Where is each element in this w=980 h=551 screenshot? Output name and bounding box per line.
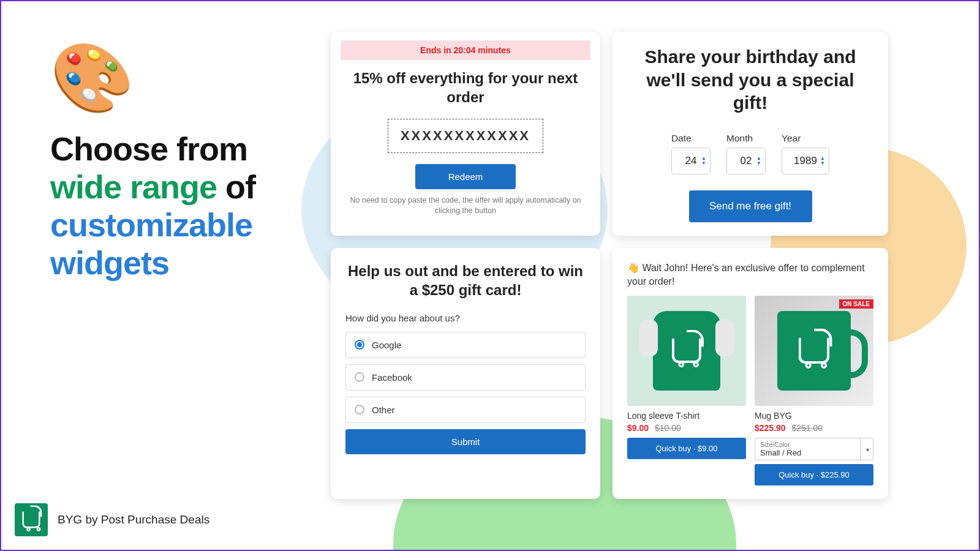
month-stepper[interactable]: 02 ▲▼	[726, 148, 766, 174]
headline-line: of	[217, 168, 255, 205]
radio-icon	[355, 372, 364, 382]
option-label: Facebook	[372, 372, 412, 383]
birthday-widget: Share your birthday and we'll send you a…	[612, 32, 888, 236]
survey-option-other[interactable]: Other	[345, 397, 586, 423]
birthday-title: Share your birthday and we'll send you a…	[627, 45, 873, 114]
price-compare: $251.00	[792, 423, 823, 433]
headline-accent: customizable	[50, 206, 252, 243]
coupon-code: XXXXXXXXXXXX	[388, 119, 544, 153]
stepper-arrows-icon[interactable]: ▲▼	[756, 156, 761, 166]
send-gift-button[interactable]: Send me free gift!	[689, 190, 812, 222]
headline: Choose from wide range of customizable w…	[50, 130, 314, 282]
price-current: $9.00	[627, 423, 649, 433]
date-label: Date	[671, 133, 710, 144]
product-image	[627, 296, 746, 406]
year-stepper[interactable]: 1989 ▲▼	[782, 148, 829, 174]
stepper-arrows-icon[interactable]: ▲▼	[701, 156, 706, 166]
price-compare: $10.00	[655, 423, 681, 433]
product-card: ON SALE Mug BYG $225.90 $251.00 Size/Col…	[755, 296, 873, 485]
upsell-widget: 👋 Wait John! Here's an exclusive offer t…	[612, 248, 888, 500]
product-name: Long sleeve T-shirt	[627, 411, 746, 421]
product-image: ON SALE	[755, 296, 873, 406]
headline-line: Choose from	[50, 130, 247, 167]
headline-accent: widgets	[50, 244, 169, 281]
quick-buy-button[interactable]: Quick buy · $9.00	[627, 438, 746, 459]
hero-copy: 🎨 Choose from wide range of customizable…	[50, 44, 314, 282]
year-label: Year	[782, 133, 829, 144]
product-card: Long sleeve T-shirt $9.00 $10.00 Quick b…	[627, 296, 746, 485]
sale-badge: ON SALE	[839, 299, 873, 309]
countdown-banner: Ends in 20:04 minutes	[341, 40, 590, 60]
date-stepper[interactable]: 24 ▲▼	[671, 148, 710, 174]
survey-option-google[interactable]: Google	[345, 332, 586, 358]
brand-footer: BYG by Post Purchase Deals	[15, 503, 209, 536]
option-label: Other	[372, 405, 395, 415]
chevron-down-icon: ▾	[866, 446, 869, 452]
survey-title: Help us out and be entered to win a $250…	[345, 261, 586, 299]
product-price: $9.00 $10.00	[627, 423, 746, 433]
price-current: $225.90	[755, 423, 786, 433]
redeem-button[interactable]: Redeem	[415, 164, 516, 189]
brand-logo-icon	[15, 503, 48, 536]
stepper-arrows-icon[interactable]: ▲▼	[820, 156, 825, 166]
option-label: Google	[372, 340, 401, 350]
year-value: 1989	[794, 155, 817, 167]
product-name: Mug BYG	[755, 411, 873, 421]
radio-icon	[355, 340, 364, 350]
date-value: 24	[685, 155, 697, 167]
survey-option-facebook[interactable]: Facebook	[345, 364, 586, 391]
promo-widget: Ends in 20:04 minutes 15% off everything…	[331, 32, 600, 236]
palette-icon: 🎨	[50, 44, 314, 111]
promo-title: 15% off everything for your next order	[345, 69, 586, 107]
brand-name: BYG by Post Purchase Deals	[58, 513, 209, 527]
quick-buy-button[interactable]: Quick buy · $225.90	[755, 464, 873, 485]
month-value: 02	[741, 155, 752, 167]
upsell-intro: 👋 Wait John! Here's an exclusive offer t…	[627, 261, 873, 289]
variant-select[interactable]: Size/Color Small / Red ▾	[755, 438, 873, 460]
variant-label: Size/Color	[760, 441, 859, 448]
product-price: $225.90 $251.00	[755, 423, 873, 433]
submit-button[interactable]: Submit	[345, 429, 586, 454]
promo-disclaimer: No need to copy paste the code, the offe…	[345, 195, 586, 216]
survey-question: How did you hear about us?	[345, 313, 586, 323]
month-label: Month	[726, 133, 766, 144]
radio-icon	[355, 405, 364, 414]
headline-accent: wide range	[50, 168, 217, 205]
survey-widget: Help us out and be entered to win a $250…	[331, 248, 600, 500]
variant-value: Small / Red	[760, 448, 801, 457]
